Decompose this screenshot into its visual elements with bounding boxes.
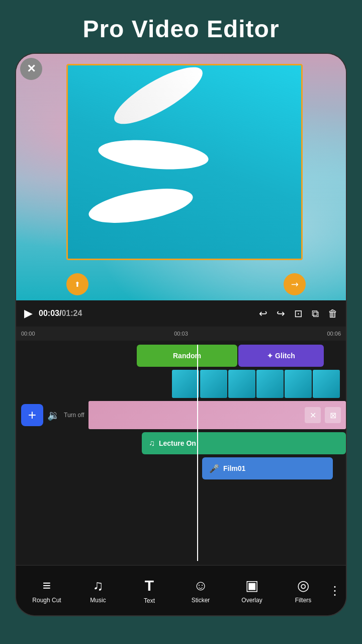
- add-media-button[interactable]: +: [21, 404, 43, 426]
- video-clip-4[interactable]: [256, 370, 284, 398]
- play-button[interactable]: ▶: [24, 307, 33, 320]
- rough-cut-icon: ≡: [43, 578, 51, 594]
- video-preview: ✕ ⬆ ↗: [16, 54, 346, 300]
- music-row: ♫ Lecture On: [16, 432, 346, 454]
- playback-bar: ▶ 00:03/01:24 ↩ ↪ ⊡ ⧉ 🗑: [16, 300, 346, 327]
- app-title: Pro Video Editor: [72, 0, 289, 53]
- video-clip-5[interactable]: [285, 370, 312, 398]
- copy-button[interactable]: ⧉: [312, 308, 319, 319]
- toolbar-item-music[interactable]: ♫ Music: [72, 578, 124, 604]
- music-track[interactable]: ♫ Lecture On: [142, 432, 346, 454]
- surf-image-inner: [68, 65, 301, 259]
- music-label: Music: [90, 597, 106, 604]
- total-time: 01:24: [61, 309, 82, 317]
- surfboard-2: [97, 136, 210, 174]
- scissors-icon: ✕: [305, 407, 321, 423]
- current-time: 00:03: [39, 309, 59, 317]
- volume-icon[interactable]: 🔉: [47, 409, 60, 421]
- toolbar-item-filters[interactable]: ◎ Filters: [278, 577, 329, 604]
- media-row: + 🔉 Turn off ✕ ⊠: [16, 401, 346, 429]
- video-clip-6[interactable]: [313, 370, 340, 398]
- surfboard-3: [86, 182, 196, 229]
- video-overlay-image[interactable]: [66, 64, 303, 260]
- toolbar-item-text[interactable]: T Text: [124, 577, 175, 604]
- toolbar-item-sticker[interactable]: ☺ Sticker: [175, 578, 226, 604]
- delete-button[interactable]: 🗑: [328, 308, 338, 319]
- ruler-mark-2: 00:06: [327, 331, 341, 337]
- mic-icon: 🎤: [209, 464, 219, 473]
- filter-row: Random ✦ Glitch: [16, 345, 346, 367]
- close-overlay-button[interactable]: ✕: [20, 58, 42, 80]
- video-clip-2[interactable]: [200, 370, 227, 398]
- ruler-mark-1: 00:03: [174, 331, 188, 337]
- ruler-mark-0: 00:00: [21, 331, 35, 337]
- resize-overlay-button[interactable]: ↗: [284, 273, 306, 295]
- timeline-ruler: 00:00 00:03 00:06: [16, 327, 346, 341]
- surfboard-1: [107, 64, 209, 134]
- voice-track[interactable]: 🎤 Film01: [202, 457, 333, 479]
- filters-icon: ◎: [297, 577, 309, 594]
- overlay-icon: ▣: [245, 577, 258, 594]
- music-track-label: Lecture On: [159, 439, 196, 447]
- voice-track-label: Film01: [223, 464, 245, 472]
- overlay-label: Overlay: [241, 597, 262, 604]
- media-clip-main[interactable]: ✕ ⊠: [88, 401, 346, 429]
- music-icon: ♫: [93, 578, 104, 594]
- turn-off-label[interactable]: Turn off: [64, 412, 84, 419]
- video-clip-row: [16, 370, 346, 398]
- video-clip-3[interactable]: [228, 370, 255, 398]
- sticker-icon: ☺: [194, 578, 208, 594]
- rough-cut-label: Rough Cut: [32, 597, 61, 604]
- filter-glitch[interactable]: ✦ Glitch: [238, 345, 324, 367]
- sticker-label: Sticker: [192, 597, 210, 604]
- move-overlay-button[interactable]: ⬆: [66, 273, 88, 295]
- filter-random[interactable]: Random: [137, 345, 237, 367]
- time-display: 00:03/01:24: [39, 309, 253, 318]
- text-icon: T: [145, 577, 154, 594]
- voice-row: 🎤 Film01: [16, 457, 346, 479]
- undo-button[interactable]: ↩: [259, 307, 267, 319]
- more-options-button[interactable]: ⋮: [329, 584, 341, 598]
- toolbar-item-overlay[interactable]: ▣ Overlay: [226, 577, 278, 604]
- edit-toolbar: ↩ ↪ ⊡ ⧉ 🗑: [259, 307, 338, 319]
- video-clip-1[interactable]: [172, 370, 199, 398]
- timeline-area[interactable]: Random ✦ Glitch + 🔉 Turn off: [16, 341, 346, 565]
- split-clip-icon: ⊠: [325, 407, 341, 423]
- split-button[interactable]: ⊡: [294, 307, 303, 319]
- timeline-scroll: Random ✦ Glitch + 🔉 Turn off: [16, 345, 346, 561]
- bottom-toolbar: ≡ Rough Cut ♫ Music T Text ☺ Sticker ▣ O…: [16, 565, 346, 615]
- music-note-icon: ♫: [149, 439, 155, 448]
- filters-label: Filters: [295, 597, 312, 604]
- ruler-marks: 00:00 00:03 00:06: [21, 331, 341, 337]
- toolbar-item-rough-cut[interactable]: ≡ Rough Cut: [21, 578, 72, 604]
- media-clips: ✕ ⊠: [88, 401, 346, 429]
- phone-shell: ✕ ⬆ ↗ ▶ 00:03/01:24 ↩ ↪ ⊡ ⧉ 🗑 00:00 00:0…: [15, 53, 347, 616]
- redo-button[interactable]: ↪: [277, 307, 285, 319]
- filter-strip: Random ✦ Glitch: [137, 345, 324, 367]
- playhead: [197, 345, 198, 561]
- text-label: Text: [144, 597, 155, 604]
